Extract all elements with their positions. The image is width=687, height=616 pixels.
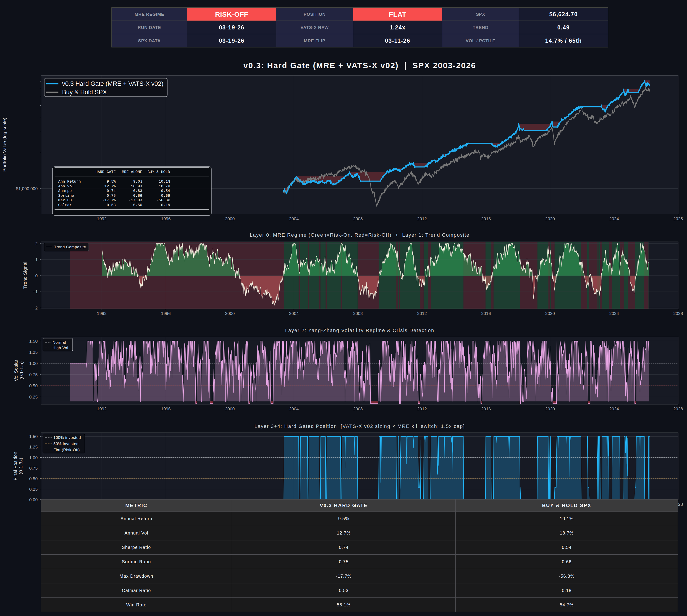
svg-text:METRIC: METRIC bbox=[125, 503, 148, 508]
svg-text:0.75: 0.75 bbox=[107, 194, 116, 198]
svg-text:2016: 2016 bbox=[481, 311, 491, 316]
svg-text:Layer 3+4: Hard Gated Position: Layer 3+4: Hard Gated Position [VATS-X v… bbox=[254, 424, 465, 429]
svg-text:2004: 2004 bbox=[289, 311, 299, 316]
svg-text:Calmar Ratio: Calmar Ratio bbox=[122, 588, 151, 593]
svg-text:1992: 1992 bbox=[97, 311, 107, 316]
svg-text:Sharpe Ratio: Sharpe Ratio bbox=[122, 545, 151, 550]
svg-text:VATS-X RAW: VATS-X RAW bbox=[301, 25, 329, 30]
svg-text:POSITION: POSITION bbox=[304, 12, 326, 17]
svg-text:Layer 0: MRE Regime (Green=Ris: Layer 0: MRE Regime (Green=Risk-On, Red=… bbox=[250, 232, 470, 238]
svg-text:v0.3: Hard Gate (MRE + VATS-X: v0.3: Hard Gate (MRE + VATS-X v02) | SPX… bbox=[243, 61, 476, 70]
svg-text:2024: 2024 bbox=[609, 406, 619, 411]
svg-text:(0.1-1.5): (0.1-1.5) bbox=[19, 361, 24, 379]
svg-text:Portfolio Value (log scale): Portfolio Value (log scale) bbox=[2, 117, 7, 172]
svg-text:HARD GATE: HARD GATE bbox=[95, 170, 116, 174]
svg-text:SPX DATA: SPX DATA bbox=[138, 38, 161, 43]
svg-text:1992: 1992 bbox=[97, 406, 107, 411]
svg-text:1992: 1992 bbox=[97, 216, 107, 221]
svg-text:0.74: 0.74 bbox=[107, 189, 116, 193]
svg-text:0.75: 0.75 bbox=[29, 372, 38, 377]
svg-text:1996: 1996 bbox=[161, 311, 171, 316]
svg-text:2028: 2028 bbox=[673, 406, 683, 411]
svg-text:1.00: 1.00 bbox=[29, 455, 38, 460]
svg-text:BUY & HOLD: BUY & HOLD bbox=[148, 170, 170, 174]
svg-text:1.50: 1.50 bbox=[29, 434, 38, 439]
svg-text:-17.9%: -17.9% bbox=[129, 198, 142, 202]
svg-text:0.49: 0.49 bbox=[557, 24, 570, 30]
svg-text:1.50: 1.50 bbox=[29, 339, 38, 344]
svg-text:2028: 2028 bbox=[673, 216, 683, 221]
svg-text:V0.3 HARD GATE: V0.3 HARD GATE bbox=[320, 503, 368, 508]
svg-text:Ann Return: Ann Return bbox=[58, 179, 81, 184]
svg-text:0.75: 0.75 bbox=[339, 559, 349, 564]
svg-text:1.25: 1.25 bbox=[29, 350, 38, 355]
svg-text:0.18: 0.18 bbox=[161, 203, 170, 207]
svg-text:12.7%: 12.7% bbox=[337, 530, 351, 535]
svg-text:2012: 2012 bbox=[417, 406, 427, 411]
svg-text:2012: 2012 bbox=[417, 216, 427, 221]
svg-text:2: 2 bbox=[35, 241, 38, 246]
svg-text:2004: 2004 bbox=[289, 406, 299, 411]
svg-text:10.9%: 10.9% bbox=[131, 184, 142, 189]
svg-text:0.66: 0.66 bbox=[161, 194, 170, 198]
svg-text:Sortino Ratio: Sortino Ratio bbox=[122, 559, 151, 564]
svg-text:v0.3 Hard Gate (MRE + VATS-X v: v0.3 Hard Gate (MRE + VATS-X v02) bbox=[62, 80, 163, 87]
svg-text:-17.7%: -17.7% bbox=[336, 574, 352, 578]
svg-text:12.7%: 12.7% bbox=[104, 184, 116, 189]
svg-text:2016: 2016 bbox=[481, 216, 491, 221]
svg-text:2000: 2000 bbox=[225, 216, 235, 221]
svg-text:2016: 2016 bbox=[481, 406, 491, 411]
svg-text:0.75: 0.75 bbox=[29, 466, 38, 470]
svg-text:2008: 2008 bbox=[353, 216, 363, 221]
svg-text:03-19-26: 03-19-26 bbox=[219, 38, 244, 44]
svg-text:2008: 2008 bbox=[353, 406, 363, 411]
svg-text:Layer 2: Yang-Zhang Volatility: Layer 2: Yang-Zhang Volatility Regime & … bbox=[285, 328, 434, 333]
svg-text:Calmar: Calmar bbox=[58, 203, 72, 207]
svg-text:0.50: 0.50 bbox=[133, 203, 142, 207]
svg-text:Normal: Normal bbox=[52, 340, 66, 345]
svg-text:1.00: 1.00 bbox=[29, 361, 38, 366]
svg-text:Trend Composite: Trend Composite bbox=[54, 245, 86, 249]
svg-text:1.24x: 1.24x bbox=[390, 24, 405, 30]
svg-text:03-19-26: 03-19-26 bbox=[219, 24, 244, 30]
svg-text:0.00: 0.00 bbox=[29, 497, 38, 502]
svg-text:14.7% / 65th: 14.7% / 65th bbox=[545, 38, 582, 44]
svg-text:Final Position: Final Position bbox=[13, 452, 18, 480]
svg-text:0: 0 bbox=[35, 273, 38, 278]
svg-text:FLAT: FLAT bbox=[389, 10, 406, 18]
svg-text:0.83: 0.83 bbox=[133, 189, 142, 193]
svg-text:2024: 2024 bbox=[609, 311, 619, 316]
svg-text:1996: 1996 bbox=[161, 216, 171, 221]
svg-text:Ann Vol: Ann Vol bbox=[58, 184, 74, 189]
svg-text:2020: 2020 bbox=[545, 311, 555, 316]
svg-text:Annual Return: Annual Return bbox=[120, 516, 152, 521]
svg-text:SPX: SPX bbox=[476, 12, 485, 17]
svg-text:BUY & HOLD SPX: BUY & HOLD SPX bbox=[542, 503, 591, 508]
svg-text:VOL / PCTILE: VOL / PCTILE bbox=[466, 38, 495, 43]
svg-text:0.25: 0.25 bbox=[29, 487, 38, 491]
svg-text:50% invested: 50% invested bbox=[53, 442, 79, 446]
svg-text:MRE REGIME: MRE REGIME bbox=[135, 12, 164, 17]
svg-text:2000: 2000 bbox=[225, 311, 235, 316]
svg-text:-56.8%: -56.8% bbox=[559, 574, 575, 578]
svg-text:9.5%: 9.5% bbox=[107, 179, 116, 184]
svg-text:RISK-OFF: RISK-OFF bbox=[215, 10, 248, 18]
svg-text:54.7%: 54.7% bbox=[560, 602, 574, 607]
svg-text:2020: 2020 bbox=[545, 406, 555, 411]
svg-text:Trend Signal: Trend Signal bbox=[22, 262, 28, 289]
svg-text:2000: 2000 bbox=[225, 406, 235, 411]
svg-text:MRE ALONE: MRE ALONE bbox=[122, 170, 142, 174]
svg-text:10.1%: 10.1% bbox=[159, 179, 170, 184]
svg-text:-17.7%: -17.7% bbox=[102, 198, 116, 202]
svg-text:2028: 2028 bbox=[673, 311, 683, 316]
svg-text:1.25: 1.25 bbox=[29, 445, 38, 449]
svg-text:$1,000,000: $1,000,000 bbox=[16, 186, 38, 191]
svg-text:2004: 2004 bbox=[289, 216, 299, 221]
svg-text:Sortino: Sortino bbox=[58, 194, 74, 198]
svg-text:1996: 1996 bbox=[161, 406, 171, 411]
svg-text:18.7%: 18.7% bbox=[159, 184, 170, 189]
svg-text:Annual Vol: Annual Vol bbox=[125, 530, 148, 535]
svg-text:−1: −1 bbox=[32, 289, 38, 294]
svg-text:Max DD: Max DD bbox=[58, 198, 72, 202]
svg-text:(0-1.3x): (0-1.3x) bbox=[18, 458, 23, 474]
